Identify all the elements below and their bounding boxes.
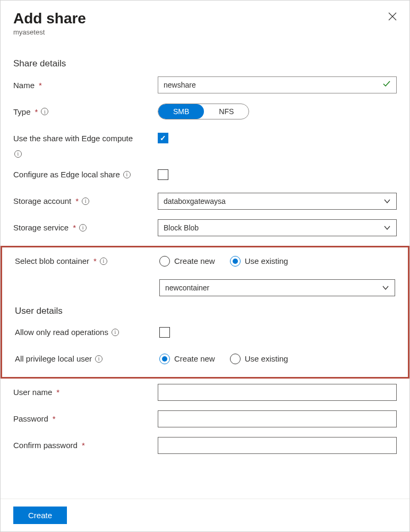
storage-service-select[interactable]: Block Blob <box>158 219 397 236</box>
info-icon[interactable]: i <box>79 224 87 231</box>
required-marker: * <box>56 388 59 397</box>
password-label: Password <box>13 414 48 423</box>
user-use-existing-option[interactable]: Use existing <box>230 354 288 364</box>
password-input[interactable] <box>158 410 397 427</box>
required-marker: * <box>82 441 85 450</box>
type-label: Type <box>13 107 31 116</box>
highlighted-section: Select blob container * i Create new Use… <box>1 246 409 379</box>
info-icon[interactable]: i <box>41 108 48 115</box>
chevron-down-icon <box>382 284 389 291</box>
blob-use-existing-option[interactable]: Use existing <box>230 256 288 267</box>
blob-container-select[interactable]: newcontainer <box>159 279 395 296</box>
blob-container-radio-group: Create new Use existing <box>159 256 288 267</box>
info-icon[interactable]: i <box>123 171 131 178</box>
required-marker: * <box>75 196 79 205</box>
privilege-user-radio-group: Create new Use existing <box>159 354 288 364</box>
user-details-heading: User details <box>15 306 395 316</box>
read-only-label: Allow only read operations <box>15 328 108 337</box>
type-toggle: SMB NFS <box>158 104 249 119</box>
radio-icon <box>230 354 241 364</box>
info-icon[interactable]: i <box>95 355 102 363</box>
confirm-password-label: Confirm password <box>13 441 78 450</box>
storage-account-select[interactable]: databoxgatewaysa <box>158 193 397 210</box>
username-input[interactable] <box>158 384 397 401</box>
share-details-heading: Share details <box>13 58 397 69</box>
privilege-user-label: All privilege local user <box>15 354 92 363</box>
user-create-new-option[interactable]: Create new <box>159 354 215 364</box>
storage-account-label: Storage account <box>13 196 71 205</box>
required-marker: * <box>53 414 56 423</box>
required-marker: * <box>35 107 38 116</box>
chevron-down-icon <box>383 224 391 231</box>
page-title: Add share <box>13 10 397 27</box>
info-icon[interactable]: i <box>14 150 22 158</box>
name-label: Name <box>13 81 35 90</box>
required-marker: * <box>93 256 97 265</box>
storage-account-value: databoxgatewaysa <box>164 197 226 205</box>
required-marker: * <box>39 81 42 90</box>
name-input-value: newshare <box>164 81 196 89</box>
required-marker: * <box>73 223 76 232</box>
edge-local-label: Configure as Edge local share <box>13 170 120 179</box>
page-subtitle: myasetest <box>13 28 397 36</box>
info-icon[interactable]: i <box>100 258 107 265</box>
radio-icon <box>159 354 170 364</box>
confirm-password-input[interactable] <box>158 437 397 454</box>
user-create-label: Create new <box>174 354 215 363</box>
create-button[interactable]: Create <box>13 507 67 524</box>
read-only-checkbox[interactable] <box>159 327 170 338</box>
type-option-nfs[interactable]: NFS <box>204 104 249 119</box>
name-input[interactable]: newshare <box>158 76 397 93</box>
close-icon <box>388 14 397 22</box>
edge-local-checkbox[interactable] <box>158 169 168 180</box>
close-button[interactable] <box>388 12 397 21</box>
blob-create-new-option[interactable]: Create new <box>159 256 215 267</box>
edge-compute-label: Use the share with Edge compute <box>13 134 133 143</box>
blob-container-value: newcontainer <box>165 284 209 292</box>
user-existing-label: Use existing <box>245 354 288 363</box>
check-icon <box>382 80 391 90</box>
info-icon[interactable]: i <box>112 329 119 336</box>
username-label: User name <box>13 388 52 397</box>
info-icon[interactable]: i <box>82 198 89 205</box>
storage-service-value: Block Blob <box>164 224 199 232</box>
type-option-smb[interactable]: SMB <box>158 104 204 119</box>
radio-icon <box>230 256 241 267</box>
blob-container-label: Select blob container <box>15 256 89 265</box>
blob-create-label: Create new <box>174 256 215 265</box>
chevron-down-icon <box>383 198 391 205</box>
blob-existing-label: Use existing <box>245 256 288 265</box>
storage-service-label: Storage service <box>13 223 69 232</box>
edge-compute-checkbox[interactable] <box>158 133 168 143</box>
radio-icon <box>159 256 170 267</box>
